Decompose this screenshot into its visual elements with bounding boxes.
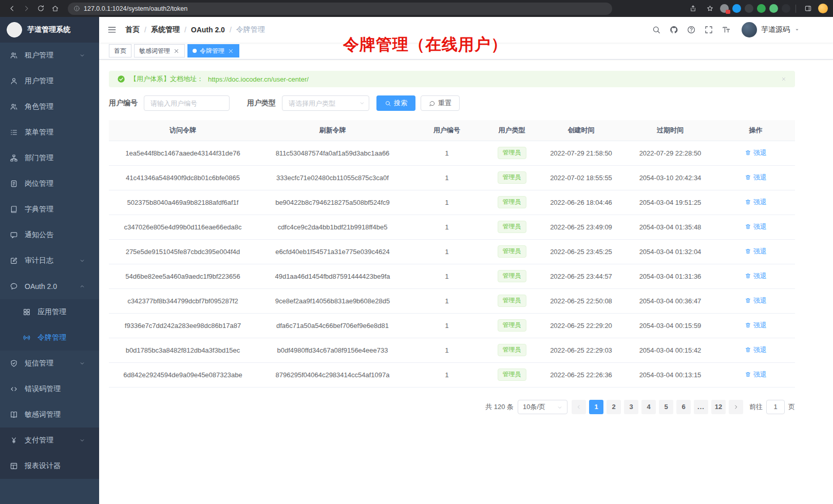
expired-at-cell: 2054-03-04 00:15:42 <box>624 338 716 362</box>
sidebar-item-pay[interactable]: 支付管理 <box>0 428 99 453</box>
sidebar-item-dict[interactable]: 字典管理 <box>0 197 99 222</box>
help-button[interactable] <box>683 22 699 38</box>
search-button[interactable] <box>648 22 664 38</box>
force-logout-button[interactable]: 强退 <box>745 222 767 231</box>
user-id-cell: 1 <box>408 190 485 215</box>
force-logout-button[interactable]: 强退 <box>745 148 767 158</box>
browser-profile-avatar[interactable] <box>818 4 828 13</box>
force-logout-button[interactable]: 强退 <box>745 345 767 355</box>
extension-icon[interactable] <box>757 4 766 13</box>
expired-at-cell: 2054-03-04 01:31:36 <box>624 264 716 288</box>
page-number-button[interactable]: 4 <box>641 400 656 414</box>
sidebar-item-label: 通知公告 <box>25 230 53 240</box>
sidebar-item-tenant[interactable]: 租户管理 <box>0 43 99 68</box>
page-number-button[interactable]: 6 <box>676 400 691 414</box>
sidebar-item-oauth2-token[interactable]: 令牌管理 <box>0 325 99 351</box>
actions-cell: 强退 <box>716 264 795 288</box>
sidebar-item-oauth2[interactable]: OAuth 2.0 <box>0 274 99 299</box>
sidebar-item-role[interactable]: 角色管理 <box>0 94 99 120</box>
search-submit-button[interactable]: 搜索 <box>376 95 415 111</box>
user-type-select-input[interactable] <box>282 95 369 111</box>
sidebar-item-audit-log[interactable]: 审计日志 <box>0 248 99 274</box>
view-tab[interactable]: 首页 <box>109 44 131 57</box>
extension-icon[interactable] <box>745 4 753 13</box>
prev-page-button[interactable] <box>572 400 586 414</box>
page-ellipsis[interactable]: ... <box>694 400 708 414</box>
hamburger-icon[interactable] <box>107 25 117 35</box>
address-bar[interactable]: 127.0.0.1:1024/system/oauth2/token <box>68 3 612 15</box>
side-panel-button[interactable] <box>801 2 815 15</box>
reset-button[interactable]: 重置 <box>421 95 460 111</box>
comment-icon <box>10 282 18 290</box>
user-type-cell: 管理员 <box>485 190 538 215</box>
page-number-button[interactable]: 5 <box>659 400 673 414</box>
page-number-button[interactable]: 2 <box>607 400 621 414</box>
sidebar-item-notice[interactable]: 通知公告 <box>0 222 99 248</box>
view-tab[interactable]: 令牌管理 <box>187 44 239 57</box>
browser-home-button[interactable] <box>48 2 62 15</box>
extension-icon[interactable] <box>720 4 729 13</box>
user-id-input[interactable] <box>144 95 230 111</box>
sidebar-item-error-code[interactable]: 错误码管理 <box>0 376 99 402</box>
font-size-button[interactable] <box>718 22 734 38</box>
page-number-button[interactable]: 1 <box>589 400 603 414</box>
user-type-select[interactable] <box>282 95 369 111</box>
close-icon[interactable] <box>781 76 787 82</box>
sidebar-item-dept[interactable]: 部门管理 <box>0 145 99 171</box>
edit-icon <box>10 257 18 265</box>
sidebar-item-sensitive-word[interactable]: 敏感词管理 <box>0 402 99 428</box>
extension-icon[interactable] <box>732 4 741 13</box>
sidebar-item-label: OAuth 2.0 <box>25 282 57 290</box>
extension-icon[interactable] <box>782 4 790 13</box>
sidebar-item-label: 应用管理 <box>37 307 66 317</box>
force-logout-button[interactable]: 强退 <box>745 321 767 330</box>
site-info-icon[interactable] <box>73 5 80 12</box>
goto-page-input[interactable] <box>766 400 785 414</box>
force-logout-button[interactable]: 强退 <box>745 296 767 305</box>
breadcrumb-item[interactable]: 首页 <box>125 25 140 34</box>
view-tab[interactable]: 敏感词管理 <box>134 44 185 57</box>
force-logout-button[interactable]: 强退 <box>745 198 767 207</box>
fullscreen-button[interactable] <box>701 22 716 38</box>
top-navbar: 首页/系统管理/OAuth 2.0/令牌管理 芋道源码 <box>99 17 833 43</box>
breadcrumb-item[interactable]: OAuth 2.0 <box>191 26 225 34</box>
close-icon[interactable] <box>228 48 234 54</box>
force-logout-button[interactable]: 强退 <box>745 173 767 182</box>
goto-suffix: 页 <box>788 402 795 412</box>
extension-icon[interactable] <box>769 4 778 13</box>
alert-doc-link[interactable]: https://doc.iocoder.cn/user-center/ <box>208 75 309 83</box>
sidebar: 芋道管理系统 租户管理用户管理角色管理菜单管理部门管理岗位管理字典管理通知公告审… <box>0 17 99 504</box>
app-logo[interactable]: 芋道管理系统 <box>0 17 99 43</box>
search-icon <box>652 25 661 34</box>
user-type-tag: 管理员 <box>498 245 526 258</box>
created-at-cell: 2022-07-29 21:58:50 <box>538 141 624 165</box>
browser-forward-button[interactable] <box>20 2 33 15</box>
github-button[interactable] <box>666 22 681 38</box>
bookmark-button[interactable] <box>703 2 716 15</box>
force-logout-button[interactable]: 强退 <box>745 247 767 256</box>
sidebar-item-report-designer[interactable]: 报表设计器 <box>0 453 99 479</box>
user-type-tag: 管理员 <box>498 319 526 332</box>
browser-back-button[interactable] <box>5 2 18 15</box>
user-dropdown[interactable]: 芋道源码 <box>742 22 800 37</box>
next-page-button[interactable] <box>729 400 743 414</box>
browser-reload-button[interactable] <box>34 2 47 15</box>
close-icon[interactable] <box>173 48 180 54</box>
sidebar-item-post[interactable]: 岗位管理 <box>0 171 99 197</box>
users-icon <box>10 103 18 111</box>
sidebar-item-menu[interactable]: 菜单管理 <box>0 120 99 145</box>
force-logout-button[interactable]: 强退 <box>745 272 767 281</box>
access-token-cell: b0d1785bc3a8482f812db4a3f3bd15ec <box>109 338 257 362</box>
sidebar-item-user[interactable]: 用户管理 <box>0 68 99 94</box>
share-button[interactable] <box>686 2 699 15</box>
page-number-button[interactable]: 12 <box>711 400 726 414</box>
chevron-down-icon <box>79 52 85 59</box>
sidebar-item-sms[interactable]: 短信管理 <box>0 351 99 376</box>
breadcrumb-item[interactable]: 系统管理 <box>151 25 180 34</box>
view-tab-label: 首页 <box>114 47 126 55</box>
force-logout-button[interactable]: 强退 <box>745 370 767 379</box>
refresh-token-cell: b0df4980ffd34c67a08f9156e4eee733 <box>257 338 408 362</box>
page-size-select[interactable]: 10条/页 <box>518 400 567 414</box>
page-number-button[interactable]: 3 <box>624 400 638 414</box>
sidebar-item-oauth2-app[interactable]: 应用管理 <box>0 299 99 325</box>
